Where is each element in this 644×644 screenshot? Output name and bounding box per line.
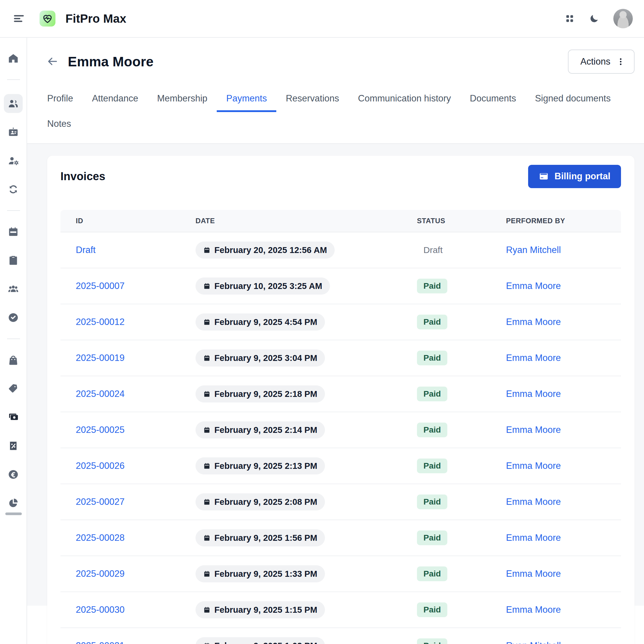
tab-signed-documents[interactable]: Signed documents [525,87,620,112]
date-text: February 9, 2025 2:13 PM [214,461,317,471]
cell-id: 2025-00029 [60,569,180,579]
invoices-heading: Invoices [60,170,105,183]
check-circle-icon [8,312,19,323]
invoice-id-link[interactable]: Draft [76,245,96,255]
billing-portal-button[interactable]: Billing portal [528,165,621,188]
performed-by-link[interactable]: Ryan Mitchell [506,640,561,644]
invoice-id-link[interactable]: 2025-00007 [76,281,125,291]
invoice-row: 2025-00031February 9, 2025 1:02 PMPaidRy… [60,628,621,644]
cell-status: Paid [402,315,491,329]
hamburger-menu-icon[interactable] [13,13,25,24]
sidebar-item-tag[interactable] [4,379,23,398]
invoice-id-link[interactable]: 2025-00030 [76,604,125,615]
cell-performed-by: Emma Moore [491,497,621,507]
performed-by-link[interactable]: Emma Moore [506,389,561,399]
cell-date: February 9, 2025 3:04 PM [180,349,402,367]
invoice-id-link[interactable]: 2025-00024 [76,389,125,399]
invoices-table-header: ID DATE STATUS PERFORMED BY [60,210,621,232]
invoice-id-link[interactable]: 2025-00012 [76,317,125,327]
date-text: February 9, 2025 2:18 PM [214,389,317,399]
cell-id: 2025-00025 [60,425,180,435]
invoice-row: 2025-00028February 9, 2025 1:56 PMPaidEm… [60,520,621,556]
tab-payments[interactable]: Payments [217,87,276,112]
tab-membership[interactable]: Membership [148,87,217,112]
performed-by-link[interactable]: Emma Moore [506,604,561,615]
cell-status: Paid [402,495,491,509]
invoice-id-link[interactable]: 2025-00025 [76,425,125,435]
invoice-id-link[interactable]: 2025-00029 [76,569,125,579]
cell-id: 2025-00024 [60,389,180,399]
cell-status: Paid [402,351,491,365]
tab-reservations[interactable]: Reservations [276,87,349,112]
invoice-id-link[interactable]: 2025-00019 [76,353,125,363]
performed-by-link[interactable]: Emma Moore [506,461,561,471]
arrow-left-icon[interactable] [46,55,59,68]
calendar-small-icon [203,282,211,290]
invoice-row: 2025-00026February 9, 2025 2:13 PMPaidEm… [60,448,621,484]
cell-performed-by: Emma Moore [491,461,621,471]
sidebar-nav [0,38,27,644]
sidebar-item-people-group[interactable] [4,280,23,298]
invoice-id-link[interactable]: 2025-00027 [76,497,125,507]
invoice-row: DraftFebruary 20, 2025 12:56 AMDraftRyan… [60,232,621,268]
performed-by-link[interactable]: Emma Moore [506,281,561,291]
tab-documents[interactable]: Documents [460,87,525,112]
calendar-small-icon [203,570,211,578]
performed-by-link[interactable]: Emma Moore [506,497,561,507]
performed-by-link[interactable]: Emma Moore [506,425,561,435]
performed-by-link[interactable]: Emma Moore [506,569,561,579]
sidebar-item-calendar[interactable] [4,222,23,241]
sidebar-item-user-settings[interactable] [4,151,23,170]
status-badge-paid: Paid [417,423,447,437]
sidebar-item-euro-circle[interactable] [4,465,23,484]
column-header-date: DATE [180,217,402,225]
id-badge-icon [8,127,19,138]
sidebar-item-members-users[interactable] [4,94,23,113]
tag-icon [8,383,19,394]
performed-by-link[interactable]: Emma Moore [506,533,561,543]
tab-attendance[interactable]: Attendance [83,87,148,112]
tab-profile[interactable]: Profile [38,87,83,112]
tab-communication-history[interactable]: Communication history [349,87,460,112]
sidebar-item-receipt-percent[interactable] [4,436,23,455]
cell-performed-by: Ryan Mitchell [491,245,621,255]
invoice-row: 2025-00012February 9, 2025 4:54 PMPaidEm… [60,304,621,340]
sidebar-item-sync[interactable] [4,180,23,199]
status-badge-paid: Paid [417,459,447,473]
sidebar-item-banknotes[interactable] [4,408,23,427]
dark-mode-moon-icon[interactable] [589,14,599,24]
cell-status: Paid [402,387,491,401]
sidebar-scrollbar-thumb[interactable] [5,512,22,515]
date-text: February 9, 2025 1:33 PM [214,569,317,579]
apps-grid-icon[interactable] [564,13,575,24]
invoice-id-link[interactable]: 2025-00028 [76,533,125,543]
sidebar-item-shopping-bag[interactable] [4,351,23,369]
actions-button[interactable]: Actions [568,50,635,74]
cell-performed-by: Emma Moore [491,389,621,399]
user-avatar[interactable] [613,9,633,28]
date-pill: February 9, 2025 2:08 PM [195,493,325,510]
sidebar-item-clipboard[interactable] [4,251,23,270]
date-text: February 9, 2025 1:02 PM [214,641,317,644]
cell-date: February 9, 2025 4:54 PM [180,313,402,331]
status-badge-paid: Paid [417,566,447,581]
performed-by-link[interactable]: Emma Moore [506,317,561,327]
shopping-bag-icon [8,354,19,366]
sidebar-item-id-badge[interactable] [4,123,23,142]
invoice-id-link[interactable]: 2025-00026 [76,461,125,471]
date-pill: February 20, 2025 12:56 AM [195,241,335,259]
performed-by-link[interactable]: Ryan Mitchell [506,245,561,255]
invoice-id-link[interactable]: 2025-00031 [76,640,125,644]
heart-pulse-icon [42,13,53,24]
cell-status: Paid [402,279,491,293]
sidebar-item-home[interactable] [4,49,23,68]
tab-notes[interactable]: Notes [38,112,81,137]
calendar-small-icon [203,606,211,614]
cell-date: February 9, 2025 2:08 PM [180,493,402,510]
cell-date: February 9, 2025 2:13 PM [180,457,402,474]
cell-performed-by: Ryan Mitchell [491,640,621,644]
performed-by-link[interactable]: Emma Moore [506,353,561,363]
kebab-menu-icon [616,57,625,66]
sidebar-item-pie-chart[interactable] [4,494,23,512]
sidebar-item-check-circle[interactable] [4,308,23,327]
